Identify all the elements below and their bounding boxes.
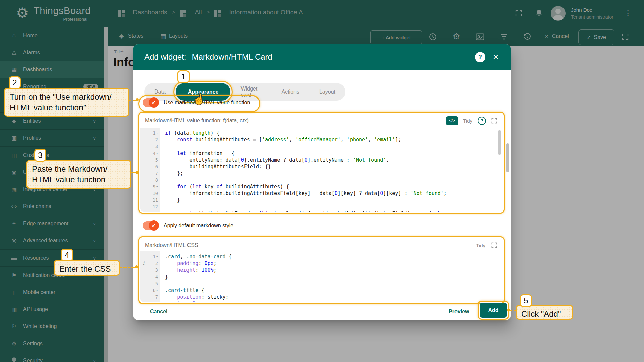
code-line: 12 [140,203,503,210]
js-editor-header: Markdown/HTML value function: f(data, ct… [140,114,503,128]
callout-4-text: Enter the CSS [59,264,114,275]
dialog-header: Add widget:Markdown/HTML Card ? × [133,44,511,70]
add-button[interactable]: Add [480,303,507,318]
code-line: 1▾.card, .no-data-card { [140,253,503,260]
dialog-widget-name: Markdown/HTML Card [192,52,272,61]
preview-button[interactable]: Preview [449,309,469,315]
callout-2-number: 2 [9,76,21,89]
cursor-hand-icon: ☝ [192,93,206,106]
callout-2-connector [129,100,136,101]
tidy-button[interactable]: Tidy [476,243,485,248]
close-icon[interactable]: × [493,52,498,62]
js-editor-label: Markdown/HTML value function: f(data, ct… [145,118,446,124]
css-editor-header: Markdown/HTML CSS Tidy [140,238,503,252]
code-line: 7 position: sticky; [140,294,503,300]
callout-3-text: Paste the Markdown/ [32,164,126,174]
tab-actions[interactable]: Actions [271,83,309,101]
js-code-area[interactable]: 1▾if (data.length) {2 const buildingAttr… [140,128,503,212]
code-line: 13 const attributesNotFound = Object.val… [140,210,503,212]
callout-5-text: Click "Add" [521,309,568,319]
callout-3-connector [131,172,136,173]
toggle-check-icon: ✓ [149,97,159,108]
callout-1-number: 1 [177,70,190,83]
code-line: 8 [140,177,503,183]
help-icon[interactable]: ? [475,52,485,62]
markdown-style-toggle-label: Apply default markdown style [164,223,233,229]
screen: ⚙ ThingsBoard Professional Dashboards > … [0,0,644,362]
code-line: 1▾if (data.length) { [140,130,503,136]
callout-2-text: Turn on the "Use markdown/ [10,92,124,102]
markdown-style-toggle[interactable]: ✓ [143,221,158,230]
css-editor-label: Markdown/HTML CSS [145,242,476,248]
code-line: 2 const buildingAttributes = ['address',… [140,136,503,143]
callout-5-box: Click "Add" [516,305,573,320]
callout-2-box: Turn on the "Use markdown/ HTML value fu… [4,88,129,117]
dialog-scrollbar-thumb[interactable] [506,143,509,172]
callout-3-box: Paste the Markdown/ HTML value function [26,160,131,189]
callout-3-number: 3 [34,149,46,162]
callout-5-dot [507,309,510,312]
callout-3-dot [136,171,139,174]
code-line: 5 [140,280,503,287]
callout-4-connector [120,267,136,268]
toggle-check-icon: ✓ [149,220,159,231]
code-line: 11 } [140,197,503,203]
editor-fullscreen-icon[interactable] [491,117,498,124]
use-markdown-toggle[interactable]: ✓ [143,98,158,107]
code-line: 5 entityName: data[0].entityName ? data[… [140,157,503,163]
callout-3-text: HTML value function [32,174,126,185]
callout-2-dot [136,98,139,101]
code-line: i2 padding: 0px; [140,260,503,267]
callout-4-number: 4 [61,249,73,261]
code-line: 4} [140,274,503,280]
editor-scrollbar-thumb[interactable] [498,130,501,155]
dialog-title-prefix: Add widget: [144,52,186,61]
code-line: 7 }; [140,170,503,177]
callout-5-connector [510,310,516,311]
code-line: 3 [140,143,503,150]
callout-4-box: Enter the CSS [54,260,120,276]
code-line: 6 buildingAttributesField: {} [140,163,503,170]
code-line: 4▾ let information = { [140,150,503,157]
callout-4-dot [135,265,138,268]
add-widget-dialog: Add widget:Markdown/HTML Card ? × Data A… [133,44,511,320]
callout-2-text: HTML value function" [10,102,124,113]
markdown-style-toggle-row: ✓ Apply default markdown style [143,221,233,230]
callout-5-number: 5 [520,294,532,307]
js-editor-panel: Markdown/HTML value function: f(data, ct… [138,112,505,214]
code-line: 3 height: 100%; [140,267,503,274]
code-line: 9▾ for (let key of buildingAttributes) { [140,183,503,190]
editor-help-icon[interactable]: ? [478,117,486,125]
dialog-cancel-button[interactable]: Cancel [150,309,167,315]
tab-layout[interactable]: Layout [309,83,345,101]
code-toggle-icon[interactable]: </> [446,116,458,125]
code-line: 8 top: 0; [140,300,503,302]
editor-fullscreen-icon[interactable] [491,242,498,249]
use-markdown-toggle-label: Use markdown/HTML value function [164,100,250,106]
dialog-title: Add widget:Markdown/HTML Card [144,52,272,62]
css-code-area[interactable]: 1▾.card, .no-data-card {i2 padding: 0px;… [140,251,503,302]
css-editor-panel: Markdown/HTML CSS Tidy 1▾.card, .no-data… [138,236,505,304]
tidy-button[interactable]: Tidy [463,118,472,124]
code-line: 6▾.card-title { [140,287,503,294]
code-line: 10 information.buildingAttributesField[k… [140,190,503,197]
